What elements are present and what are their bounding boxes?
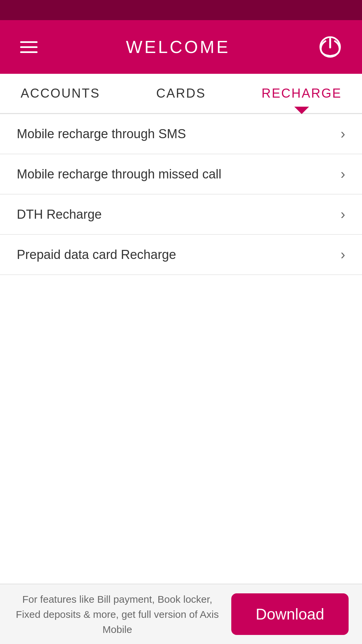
- tab-accounts[interactable]: ACCOUNTS: [0, 74, 121, 113]
- tab-bar: ACCOUNTS CARDS RECHARGE: [0, 74, 362, 114]
- menu-item-dth-recharge[interactable]: DTH Recharge ›: [0, 195, 362, 235]
- download-button[interactable]: Download: [231, 593, 349, 635]
- chevron-right-icon: ›: [341, 166, 345, 182]
- chevron-right-icon: ›: [341, 206, 345, 222]
- tab-recharge[interactable]: RECHARGE: [241, 74, 362, 113]
- status-bar: [0, 0, 362, 20]
- tab-cards[interactable]: CARDS: [121, 74, 241, 113]
- app-header: WELCOME: [0, 20, 362, 74]
- chevron-right-icon: ›: [341, 126, 345, 142]
- chevron-right-icon: ›: [341, 247, 345, 263]
- header-title: WELCOME: [126, 37, 230, 57]
- menu-item-prepaid-data-recharge[interactable]: Prepaid data card Recharge ›: [0, 235, 362, 275]
- promo-text: For features like Bill payment, Book loc…: [13, 592, 231, 637]
- menu-item-missed-call-recharge[interactable]: Mobile recharge through missed call ›: [0, 154, 362, 195]
- menu-item-sms-recharge[interactable]: Mobile recharge through SMS ›: [0, 114, 362, 154]
- bottom-bar: For features like Bill payment, Book loc…: [0, 584, 362, 644]
- menu-button[interactable]: [20, 41, 38, 53]
- power-icon[interactable]: [318, 35, 342, 59]
- menu-list: Mobile recharge through SMS › Mobile rec…: [0, 114, 362, 275]
